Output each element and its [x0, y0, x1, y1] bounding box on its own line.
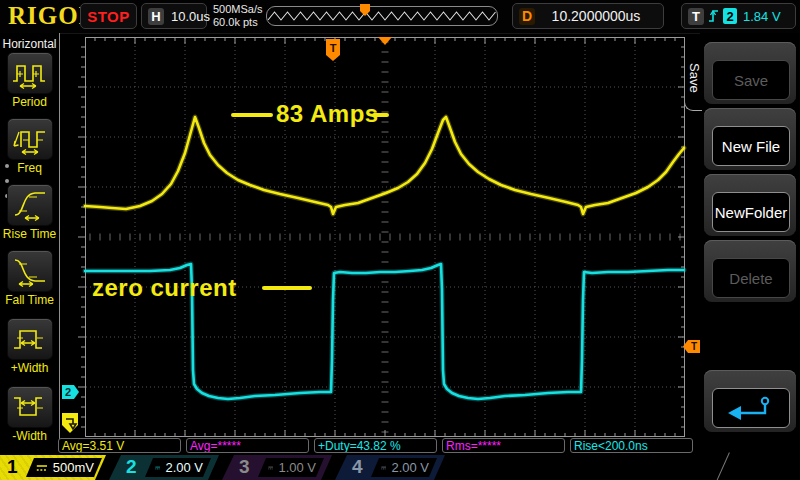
rise-time-icon: [11, 187, 49, 223]
plus-width-icon: [11, 321, 49, 357]
measurement-duty: +Duty=43.82 %: [314, 438, 437, 453]
channel1-level-marker[interactable]: [62, 413, 78, 433]
delay-panel[interactable]: D 10.2000000us: [512, 3, 664, 29]
menu-item-plus-width[interactable]: +Width: [0, 318, 59, 375]
ch1-current-trace: [85, 117, 684, 214]
menu-item-period[interactable]: Period: [0, 52, 59, 109]
svg-text:T: T: [691, 341, 697, 352]
left-menu-title: Horizontal: [0, 33, 59, 51]
annotation-peak-current: 83 Amps: [276, 100, 379, 128]
ch1-current-trace: [85, 117, 684, 214]
svg-text:2: 2: [65, 386, 71, 398]
graticule-and-waveforms: T T 2: [0, 0, 800, 480]
measurement-rise: Rise<200.0ns: [570, 438, 693, 453]
new-file-button[interactable]: New File: [712, 126, 790, 166]
trigger-panel[interactable]: T 2 1.84 V: [681, 3, 796, 29]
annotation-dash: [372, 113, 389, 117]
delete-button[interactable]: Delete: [712, 258, 790, 298]
top-status-bar: RIGOL STOP H 10.0us 500MSa/s 60.0k pts D…: [0, 0, 800, 34]
menu-item-fall-time[interactable]: Fall Time: [0, 250, 59, 307]
annotation-dash: [231, 113, 273, 117]
horizontal-scale-panel[interactable]: H 10.0us: [141, 3, 207, 29]
dc-coupling-icon: [268, 463, 273, 473]
d-badge: D: [519, 8, 535, 25]
svg-text:T: T: [330, 42, 337, 54]
channel1-badge[interactable]: 1 500mV: [0, 455, 106, 480]
channel4-badge[interactable]: 4 2.00 V: [335, 455, 445, 480]
divider: [715, 452, 730, 480]
measurement-avg-invalid: Avg=*****: [186, 438, 309, 453]
h-badge: H: [148, 8, 164, 25]
channel1-scale: 500mV: [53, 460, 94, 475]
fall-time-icon: [11, 253, 49, 289]
channel4-scale: 2.00 V: [391, 460, 429, 475]
measurement-rms-invalid: Rms=*****: [442, 438, 565, 453]
annotation-zero-current: zero current: [92, 274, 237, 302]
oscilloscope-screen: RIGOL STOP H 10.0us 500MSa/s 60.0k pts D…: [0, 0, 800, 480]
channel3-scale: 1.00 V: [278, 460, 316, 475]
delay-value: 10.2000000us: [552, 8, 641, 24]
channel2-number: 2: [126, 456, 137, 478]
back-button[interactable]: [712, 388, 790, 428]
minus-width-icon: [11, 389, 49, 425]
freq-icon: [11, 121, 49, 157]
measurement-avg-ch1: Avg=3.51 V: [58, 438, 181, 453]
rising-edge-icon: [708, 8, 719, 24]
period-icon: [11, 55, 49, 91]
memory-depth: 60.0k pts: [213, 16, 263, 29]
center-position-marker-icon: [378, 37, 392, 45]
trigger-source-badge: 2: [723, 8, 737, 24]
channel3-badge[interactable]: 3 1.00 V: [222, 455, 332, 480]
new-folder-button[interactable]: NewFolder: [712, 192, 790, 232]
menu-item-minus-width[interactable]: -Width: [0, 386, 59, 443]
run-state-label: STOP: [87, 8, 130, 25]
save-button[interactable]: Save: [712, 60, 790, 100]
channel2-scale: 2.00 V: [165, 460, 203, 475]
menu-tab-save: Save: [684, 46, 702, 111]
t-badge: T: [688, 8, 704, 25]
annotation-dash: [262, 286, 312, 290]
acquisition-info: 500MSa/s 60.0k pts: [213, 3, 263, 29]
channel3-number: 3: [239, 456, 250, 478]
channel2-badge[interactable]: 2 2.00 V: [109, 455, 219, 480]
channel-status-bar: 1 500mV 2 2.00 V 3: [0, 455, 800, 480]
waveform-preview-bar: [266, 6, 498, 26]
dc-coupling-icon: [155, 463, 160, 473]
trigger-position-marker[interactable]: T: [326, 39, 340, 61]
preview-waveform-icon: [267, 7, 497, 25]
trigger-level-marker[interactable]: T: [683, 340, 700, 353]
menu-item-rise-time[interactable]: Rise Time: [0, 184, 59, 241]
run-state-indicator[interactable]: STOP: [80, 3, 137, 29]
return-arrow-icon: [723, 394, 779, 422]
sample-rate: 500MSa/s: [213, 3, 263, 16]
dc-coupling-icon: [36, 463, 48, 473]
channel1-number: 1: [7, 456, 18, 478]
channel4-number: 4: [352, 456, 363, 478]
dc-coupling-icon: [381, 463, 386, 473]
trigger-level-value: 1.84 V: [743, 9, 781, 24]
channel2-level-marker[interactable]: 2: [62, 385, 79, 399]
horizontal-scale-value: 10.0us: [171, 9, 210, 24]
